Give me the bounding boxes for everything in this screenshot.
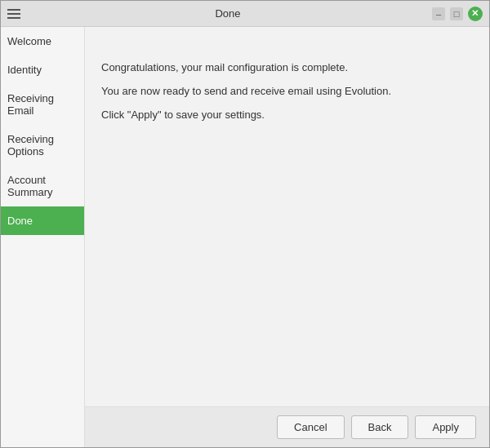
window-title: Done <box>215 7 240 20</box>
sidebar: Welcome Identity Receiving Email Receivi… <box>1 27 85 447</box>
window-controls: – □ ✕ <box>432 7 483 21</box>
menu-icon[interactable] <box>7 6 24 22</box>
sidebar-item-done[interactable]: Done <box>1 206 84 235</box>
sidebar-item-welcome[interactable]: Welcome <box>1 27 84 55</box>
close-button[interactable]: ✕ <box>468 7 483 21</box>
bottom-bar: Cancel Back Apply <box>85 406 489 447</box>
main-content: Congratulations, your mail configuration… <box>85 27 489 447</box>
back-button[interactable]: Back <box>351 415 409 439</box>
congrats-line2: You are now ready to send and receive em… <box>101 83 473 100</box>
main-window: Done – □ ✕ Welcome Identity Receiving Em… <box>0 0 490 448</box>
content-area: Welcome Identity Receiving Email Receivi… <box>1 27 489 447</box>
sidebar-item-receiving-options[interactable]: Receiving Options <box>1 125 84 166</box>
sidebar-item-identity[interactable]: Identity <box>1 55 84 84</box>
apply-button[interactable]: Apply <box>415 415 476 439</box>
titlebar: Done – □ ✕ <box>1 1 489 27</box>
main-body: Congratulations, your mail configuration… <box>85 27 489 406</box>
maximize-button[interactable]: □ <box>450 7 463 20</box>
sidebar-item-receiving-email[interactable]: Receiving Email <box>1 84 84 125</box>
sidebar-item-account-summary[interactable]: Account Summary <box>1 166 84 206</box>
minimize-button[interactable]: – <box>432 7 445 20</box>
congrats-line1: Congratulations, your mail configuration… <box>101 60 473 77</box>
cancel-button[interactable]: Cancel <box>277 415 344 439</box>
congrats-line3: Click "Apply" to save your settings. <box>101 107 473 124</box>
